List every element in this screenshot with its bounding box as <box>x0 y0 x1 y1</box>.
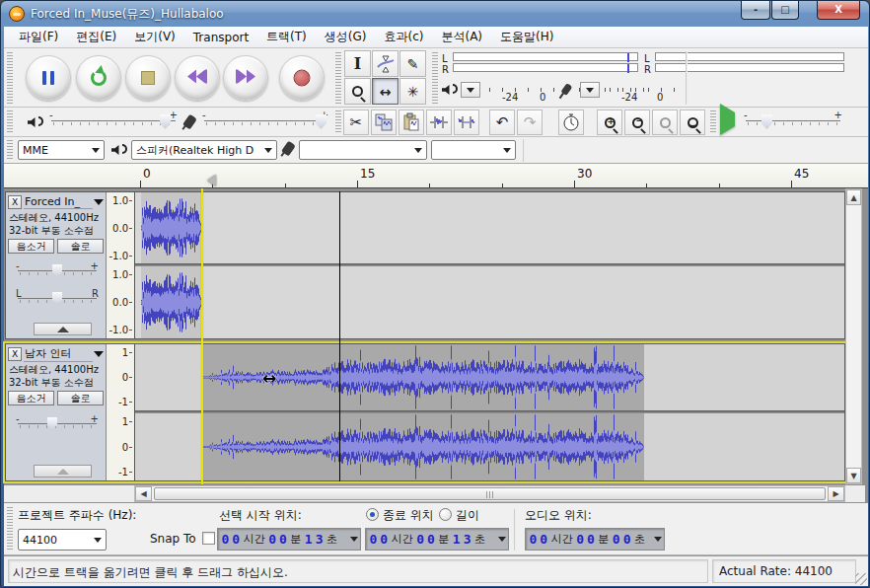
device-toolbar-grip[interactable] <box>7 140 13 161</box>
track-1-gain-thumb[interactable] <box>52 264 62 277</box>
track-1-pan-thumb[interactable] <box>52 292 62 305</box>
track-2-collapse-button[interactable] <box>34 465 92 478</box>
mixer-toolbar-grip[interactable] <box>7 110 13 134</box>
output-volume-slider[interactable]: - + <box>51 112 176 130</box>
edit-toolbar-grip[interactable] <box>335 110 341 134</box>
output-device-combo[interactable]: 스피커(Realtek High D <box>131 140 277 160</box>
zoom-tool-button[interactable] <box>344 78 371 105</box>
track-1-gain-slider[interactable]: - + <box>18 263 97 279</box>
tools-toolbar-grip[interactable] <box>335 52 341 104</box>
audio-position-field[interactable]: 00시간00분00초 <box>525 528 665 551</box>
zoom-out-button[interactable]: − <box>624 110 650 135</box>
time-digit[interactable]: 0 <box>220 532 231 547</box>
title-bar[interactable]: Forced In_Muse(뮤즈)_Hullabaloo - □ X <box>1 1 869 27</box>
snap-to-checkbox[interactable] <box>202 532 215 545</box>
play-at-speed-button[interactable] <box>720 112 735 126</box>
track-2-close-button[interactable]: X <box>8 347 22 361</box>
time-digit[interactable]: 0 <box>528 532 539 547</box>
horizontal-scrollbar[interactable]: ◀ ▶ <box>134 485 845 502</box>
scroll-up-arrow[interactable]: ▲ <box>846 189 861 205</box>
track-2-vertical-ruler[interactable]: 1 0 -1 1 0 -1 <box>107 344 135 480</box>
record-button[interactable] <box>279 55 325 101</box>
track-1-channel-right[interactable] <box>135 266 844 338</box>
scroll-left-arrow[interactable]: ◀ <box>135 486 152 501</box>
track-1-close-button[interactable]: X <box>8 195 22 209</box>
track-2-channel-right[interactable] <box>135 413 844 480</box>
cut-button[interactable]: ✂ <box>343 110 369 135</box>
skip-to-end-button[interactable] <box>223 55 268 101</box>
selection-tool-button[interactable]: I <box>344 50 371 77</box>
track-1-collapse-button[interactable] <box>34 323 92 335</box>
time-digit[interactable]: 0 <box>425 532 436 547</box>
selection-end-field[interactable]: 00시간00분13초 <box>365 528 509 551</box>
scroll-right-arrow[interactable]: ▶ <box>828 486 844 501</box>
menu-item-9[interactable]: 도움말(H) <box>491 26 562 48</box>
playback-meter-left-bar[interactable] <box>453 52 638 61</box>
time-digit[interactable]: 0 <box>231 532 242 547</box>
playback-speed-slider[interactable]: - + <box>746 112 840 130</box>
track-1-channel-left[interactable] <box>135 192 844 263</box>
time-digit[interactable]: 0 <box>277 532 288 547</box>
time-digit[interactable]: 0 <box>267 532 278 547</box>
track-2-name[interactable]: 남자 인터 <box>24 346 93 362</box>
loop-play-button[interactable] <box>76 55 121 101</box>
track-2-solo-button[interactable]: 솔로 <box>57 391 104 405</box>
transport-toolbar-grip[interactable] <box>7 52 13 104</box>
menu-item-5[interactable]: 트랙(T) <box>257 26 316 48</box>
playback-speed-thumb[interactable] <box>761 114 772 129</box>
input-channels-combo[interactable] <box>431 140 516 160</box>
trim-audio-button[interactable] <box>426 110 452 135</box>
time-digit[interactable]: 0 <box>415 532 426 547</box>
playback-meter-right-bar[interactable] <box>453 63 638 72</box>
sync-lock-button[interactable] <box>558 110 584 135</box>
end-radio-button[interactable] <box>366 508 379 521</box>
timeline-ruler[interactable]: 0153045 <box>4 164 868 188</box>
track-1-solo-button[interactable]: 솔로 <box>57 239 104 254</box>
track-2-menu-arrow-icon[interactable] <box>94 351 104 357</box>
meter-toolbar-grip[interactable] <box>432 52 438 104</box>
track-1-vertical-ruler[interactable]: 1.0 0.0 -1.0 1.0 0.0 -1.0 <box>107 192 135 338</box>
multi-tool-button[interactable]: ✳ <box>399 78 426 105</box>
silence-audio-button[interactable] <box>454 110 479 135</box>
project-rate-combo[interactable]: 44100 <box>18 529 107 551</box>
scroll-down-arrow[interactable]: ▼ <box>846 468 861 483</box>
track-2-waveform-area[interactable] <box>135 344 844 480</box>
time-digit[interactable]: 3 <box>314 532 325 547</box>
envelope-tool-button[interactable] <box>372 50 399 77</box>
time-digit[interactable]: 0 <box>585 532 596 547</box>
recording-meter-right-bar[interactable] <box>655 63 844 72</box>
vertical-scrollbar[interactable]: ▲ ▼ <box>845 188 862 484</box>
time-digit[interactable]: 0 <box>539 532 549 547</box>
audio-host-combo[interactable]: MME <box>18 140 105 160</box>
input-volume-thumb[interactable] <box>316 114 326 129</box>
draw-tool-button[interactable]: ✎ <box>399 50 426 77</box>
timeshift-tool-button[interactable]: ↔ <box>372 78 399 105</box>
menu-item-2[interactable]: 편집(E) <box>67 26 125 48</box>
track-2-gain-thumb[interactable] <box>47 417 57 430</box>
time-digit[interactable]: 0 <box>379 532 390 547</box>
timefield-arrow-icon[interactable] <box>350 537 358 542</box>
input-device-combo[interactable] <box>299 140 427 160</box>
output-volume-thumb[interactable] <box>160 114 171 129</box>
menu-item-3[interactable]: 보기(V) <box>125 26 184 48</box>
recording-meter-dropdown[interactable] <box>580 82 600 98</box>
menu-item-1[interactable]: 파일(F) <box>10 26 67 48</box>
copy-button[interactable] <box>371 110 397 135</box>
fit-selection-button[interactable] <box>652 110 678 135</box>
track-1-name[interactable]: Forced In_ <box>24 195 93 209</box>
menu-item-6[interactable]: 생성(G) <box>316 26 376 48</box>
track-1-mute-button[interactable]: 음소거 <box>8 239 54 254</box>
minimize-button[interactable]: - <box>741 1 770 20</box>
undo-button[interactable]: ↶ <box>489 110 515 135</box>
resize-grip[interactable] <box>855 573 867 585</box>
stop-button[interactable] <box>125 55 171 101</box>
track-1-menu-arrow-icon[interactable] <box>94 199 104 205</box>
transcription-toolbar-grip[interactable] <box>710 110 716 134</box>
fit-project-button[interactable] <box>680 110 705 135</box>
maximize-button[interactable]: □ <box>771 1 799 20</box>
input-volume-slider[interactable]: - + <box>204 112 326 130</box>
time-digit[interactable]: 1 <box>303 532 314 547</box>
recording-meter-left-bar[interactable] <box>655 52 844 61</box>
playback-meter-dropdown[interactable] <box>461 82 480 98</box>
pause-button[interactable] <box>26 55 71 101</box>
